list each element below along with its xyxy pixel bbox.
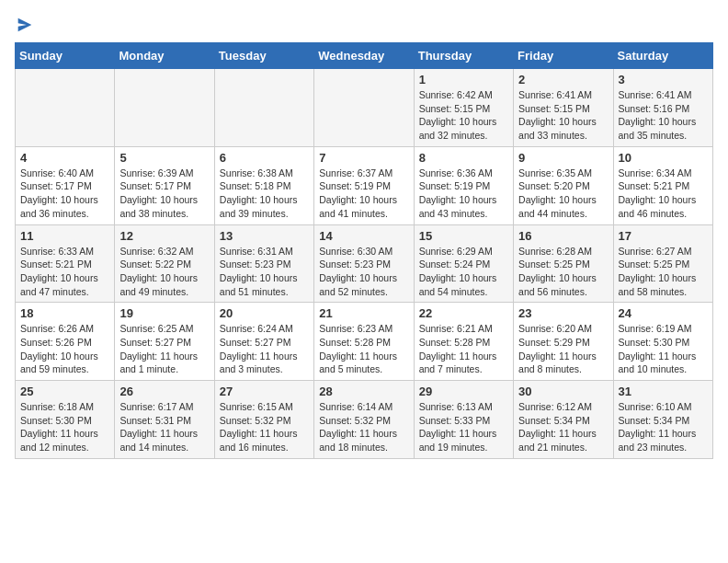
calendar-cell <box>16 69 115 147</box>
day-number: 25 <box>20 385 109 398</box>
day-number: 5 <box>119 151 209 165</box>
day-info: Sunrise: 6:32 AM Sunset: 5:22 PM Dayligh… <box>119 245 209 299</box>
day-info: Sunrise: 6:39 AM Sunset: 5:17 PM Dayligh… <box>119 167 209 221</box>
day-info: Sunrise: 6:27 AM Sunset: 5:25 PM Dayligh… <box>619 245 708 299</box>
day-number: 30 <box>518 385 608 398</box>
calendar-cell <box>214 69 313 147</box>
svg-marker-0 <box>18 18 32 32</box>
calendar-cell: 11Sunrise: 6:33 AM Sunset: 5:21 PM Dayli… <box>16 224 115 303</box>
calendar-table: SundayMondayTuesdayWednesdayThursdayFrid… <box>15 42 713 459</box>
calendar-cell: 29Sunrise: 6:13 AM Sunset: 5:33 PM Dayli… <box>414 381 513 459</box>
day-number: 22 <box>419 306 508 320</box>
day-number: 13 <box>220 229 309 243</box>
calendar-cell: 1Sunrise: 6:42 AM Sunset: 5:15 PM Daylig… <box>414 69 513 147</box>
day-info: Sunrise: 6:41 AM Sunset: 5:16 PM Dayligh… <box>619 88 708 143</box>
day-info: Sunrise: 6:30 AM Sunset: 5:23 PM Dayligh… <box>319 245 408 299</box>
day-number: 21 <box>319 306 408 320</box>
day-number: 3 <box>619 73 708 86</box>
calendar-cell: 27Sunrise: 6:15 AM Sunset: 5:32 PM Dayli… <box>214 381 313 459</box>
day-number: 20 <box>220 306 309 320</box>
calendar-cell: 19Sunrise: 6:25 AM Sunset: 5:27 PM Dayli… <box>115 303 214 381</box>
calendar-cell: 10Sunrise: 6:34 AM Sunset: 5:21 PM Dayli… <box>613 146 712 224</box>
day-number: 26 <box>119 385 209 398</box>
weekday-header-tuesday: Tuesday <box>214 43 313 69</box>
weekday-header-row: SundayMondayTuesdayWednesdayThursdayFrid… <box>16 43 713 69</box>
day-number: 29 <box>419 385 508 398</box>
day-number: 11 <box>20 229 109 243</box>
calendar-week-3: 11Sunrise: 6:33 AM Sunset: 5:21 PM Dayli… <box>16 224 713 303</box>
day-info: Sunrise: 6:40 AM Sunset: 5:17 PM Dayligh… <box>20 167 109 221</box>
day-number: 9 <box>518 151 608 165</box>
day-info: Sunrise: 6:26 AM Sunset: 5:26 PM Dayligh… <box>20 322 109 376</box>
day-info: Sunrise: 6:12 AM Sunset: 5:34 PM Dayligh… <box>518 400 608 454</box>
day-info: Sunrise: 6:24 AM Sunset: 5:27 PM Dayligh… <box>220 322 309 376</box>
day-info: Sunrise: 6:38 AM Sunset: 5:18 PM Dayligh… <box>220 167 309 221</box>
weekday-header-monday: Monday <box>115 43 214 69</box>
day-number: 28 <box>319 385 408 398</box>
logo-icon <box>15 15 35 35</box>
calendar-cell: 6Sunrise: 6:38 AM Sunset: 5:18 PM Daylig… <box>214 146 313 224</box>
calendar-cell: 5Sunrise: 6:39 AM Sunset: 5:17 PM Daylig… <box>115 146 214 224</box>
day-number: 23 <box>518 306 608 320</box>
weekday-header-saturday: Saturday <box>613 43 712 69</box>
calendar-cell: 8Sunrise: 6:36 AM Sunset: 5:19 PM Daylig… <box>414 146 513 224</box>
calendar-cell: 15Sunrise: 6:29 AM Sunset: 5:24 PM Dayli… <box>414 224 513 303</box>
calendar-cell: 3Sunrise: 6:41 AM Sunset: 5:16 PM Daylig… <box>613 69 712 147</box>
calendar-week-5: 25Sunrise: 6:18 AM Sunset: 5:30 PM Dayli… <box>16 381 713 459</box>
weekday-header-thursday: Thursday <box>414 43 513 69</box>
calendar-cell: 17Sunrise: 6:27 AM Sunset: 5:25 PM Dayli… <box>613 224 712 303</box>
calendar-cell: 30Sunrise: 6:12 AM Sunset: 5:34 PM Dayli… <box>514 381 613 459</box>
day-info: Sunrise: 6:14 AM Sunset: 5:32 PM Dayligh… <box>319 400 408 454</box>
calendar-cell: 4Sunrise: 6:40 AM Sunset: 5:17 PM Daylig… <box>16 146 115 224</box>
calendar-cell <box>314 69 414 147</box>
day-number: 16 <box>518 229 608 243</box>
day-number: 15 <box>419 229 508 243</box>
calendar-cell: 25Sunrise: 6:18 AM Sunset: 5:30 PM Dayli… <box>16 381 115 459</box>
day-number: 7 <box>319 151 408 165</box>
day-info: Sunrise: 6:41 AM Sunset: 5:15 PM Dayligh… <box>518 88 608 143</box>
day-info: Sunrise: 6:20 AM Sunset: 5:29 PM Dayligh… <box>518 322 608 376</box>
day-number: 27 <box>220 385 309 398</box>
calendar-week-1: 1Sunrise: 6:42 AM Sunset: 5:15 PM Daylig… <box>16 69 713 147</box>
day-info: Sunrise: 6:18 AM Sunset: 5:30 PM Dayligh… <box>20 400 109 454</box>
day-info: Sunrise: 6:33 AM Sunset: 5:21 PM Dayligh… <box>20 245 109 299</box>
day-info: Sunrise: 6:13 AM Sunset: 5:33 PM Dayligh… <box>419 400 508 454</box>
day-info: Sunrise: 6:25 AM Sunset: 5:27 PM Dayligh… <box>119 322 209 376</box>
day-info: Sunrise: 6:31 AM Sunset: 5:23 PM Dayligh… <box>220 245 309 299</box>
day-number: 10 <box>619 151 708 165</box>
calendar-cell: 14Sunrise: 6:30 AM Sunset: 5:23 PM Dayli… <box>314 224 414 303</box>
day-info: Sunrise: 6:15 AM Sunset: 5:32 PM Dayligh… <box>220 400 309 454</box>
day-info: Sunrise: 6:37 AM Sunset: 5:19 PM Dayligh… <box>319 167 408 221</box>
calendar-cell: 26Sunrise: 6:17 AM Sunset: 5:31 PM Dayli… <box>115 381 214 459</box>
calendar-cell: 16Sunrise: 6:28 AM Sunset: 5:25 PM Dayli… <box>514 224 613 303</box>
calendar-cell: 21Sunrise: 6:23 AM Sunset: 5:28 PM Dayli… <box>314 303 414 381</box>
day-number: 6 <box>220 151 309 165</box>
day-number: 8 <box>419 151 508 165</box>
day-number: 19 <box>119 306 209 320</box>
day-number: 31 <box>619 385 708 398</box>
logo <box>15 15 39 35</box>
calendar-cell: 20Sunrise: 6:24 AM Sunset: 5:27 PM Dayli… <box>214 303 313 381</box>
calendar-cell: 12Sunrise: 6:32 AM Sunset: 5:22 PM Dayli… <box>115 224 214 303</box>
calendar-cell: 9Sunrise: 6:35 AM Sunset: 5:20 PM Daylig… <box>514 146 613 224</box>
day-info: Sunrise: 6:10 AM Sunset: 5:34 PM Dayligh… <box>619 400 708 454</box>
day-info: Sunrise: 6:29 AM Sunset: 5:24 PM Dayligh… <box>419 245 508 299</box>
calendar-cell: 31Sunrise: 6:10 AM Sunset: 5:34 PM Dayli… <box>613 381 712 459</box>
calendar-cell: 23Sunrise: 6:20 AM Sunset: 5:29 PM Dayli… <box>514 303 613 381</box>
day-info: Sunrise: 6:35 AM Sunset: 5:20 PM Dayligh… <box>518 167 608 221</box>
weekday-header-wednesday: Wednesday <box>314 43 414 69</box>
day-number: 14 <box>319 229 408 243</box>
day-number: 1 <box>419 73 508 86</box>
day-info: Sunrise: 6:19 AM Sunset: 5:30 PM Dayligh… <box>619 322 708 376</box>
calendar-week-4: 18Sunrise: 6:26 AM Sunset: 5:26 PM Dayli… <box>16 303 713 381</box>
day-info: Sunrise: 6:23 AM Sunset: 5:28 PM Dayligh… <box>319 322 408 376</box>
day-number: 18 <box>20 306 109 320</box>
day-number: 17 <box>619 229 708 243</box>
day-number: 2 <box>518 73 608 86</box>
calendar-cell: 22Sunrise: 6:21 AM Sunset: 5:28 PM Dayli… <box>414 303 513 381</box>
day-info: Sunrise: 6:28 AM Sunset: 5:25 PM Dayligh… <box>518 245 608 299</box>
day-number: 24 <box>619 306 708 320</box>
calendar-cell: 24Sunrise: 6:19 AM Sunset: 5:30 PM Dayli… <box>613 303 712 381</box>
calendar-cell: 7Sunrise: 6:37 AM Sunset: 5:19 PM Daylig… <box>314 146 414 224</box>
day-info: Sunrise: 6:36 AM Sunset: 5:19 PM Dayligh… <box>419 167 508 221</box>
